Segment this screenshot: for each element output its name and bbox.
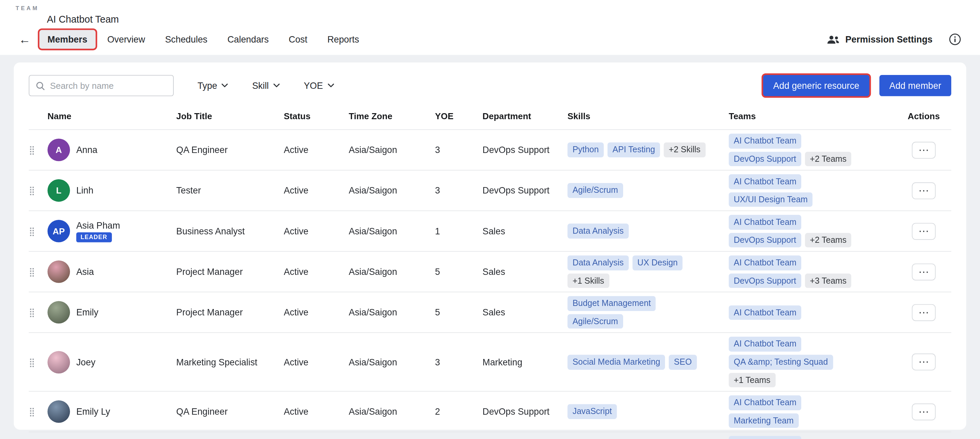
info-icon[interactable] (949, 33, 961, 46)
table-row: ⣿APAsia PhamLEADERBusiness AnalystActive… (29, 211, 951, 252)
yoe: 2 (435, 407, 482, 417)
overflow-chip[interactable]: +3 Teams (805, 274, 851, 288)
table-row: ⣿AsiaProject ManagerActiveAsia/Saigon5Sa… (29, 252, 951, 292)
drag-handle-icon[interactable]: ⣿ (29, 357, 47, 368)
chevron-down-icon (273, 83, 280, 88)
skills-cell: Agile/Scrum (567, 183, 729, 198)
time-zone: Asia/Saigon (349, 186, 435, 196)
column-header-teams: Teams (729, 111, 897, 121)
member-name: Asia (76, 267, 94, 277)
avatar (48, 261, 70, 283)
row-actions-button[interactable]: ⋯ (912, 353, 935, 371)
drag-handle-icon[interactable]: ⣿ (29, 145, 47, 155)
filter-yoe-dropdown[interactable]: YOE (304, 81, 334, 91)
nav-row: ← Members Overview Schedules Calendars C… (0, 27, 970, 55)
toolbar: Type Skill YOE Add generic resource Add … (29, 75, 951, 96)
table-row: ⣿Louisa NguyenTesterActiveAsia/Ho_Chi_Mi… (29, 432, 951, 439)
chevron-down-icon (328, 83, 334, 88)
row-actions-button[interactable]: ⋯ (912, 223, 935, 240)
row-actions-button[interactable]: ⋯ (912, 182, 935, 199)
yoe: 3 (435, 357, 482, 368)
tab-members[interactable]: Members (40, 30, 95, 49)
status: Active (284, 357, 349, 368)
tab-overview[interactable]: Overview (99, 30, 153, 49)
overflow-chip[interactable]: +2 Teams (805, 152, 851, 166)
tab-calendars[interactable]: Calendars (219, 30, 277, 49)
row-actions-button[interactable]: ⋯ (912, 304, 935, 321)
column-header-department: Department (482, 111, 568, 121)
department: Marketing (482, 357, 568, 368)
search-input[interactable] (50, 81, 167, 91)
tab-cost[interactable]: Cost (280, 30, 315, 49)
time-zone: Asia/Saigon (349, 145, 435, 155)
tab-reports[interactable]: Reports (319, 30, 368, 49)
member-name: Emily (76, 307, 99, 318)
skill-chip: API Testing (608, 143, 660, 157)
filter-yoe-label: YOE (304, 81, 323, 91)
actions-cell: ⋯ (897, 141, 950, 158)
team-chip: UX/UI Design Team (729, 192, 813, 207)
avatar (48, 351, 70, 374)
row-actions-button[interactable]: ⋯ (912, 403, 935, 420)
add-generic-resource-button[interactable]: Add generic resource (764, 75, 870, 96)
row-actions-button[interactable]: ⋯ (912, 141, 935, 158)
time-zone: Asia/Saigon (349, 357, 435, 368)
overflow-chip[interactable]: +1 Skills (567, 274, 609, 288)
skill-chip: Agile/Scrum (567, 183, 623, 198)
column-header-actions: Actions (897, 111, 950, 121)
status: Active (284, 186, 349, 196)
table-row: ⣿EmilyProject ManagerActiveAsia/Saigon5S… (29, 292, 951, 333)
time-zone: Asia/Saigon (349, 267, 435, 277)
skill-chip: Social Media Marketing (567, 355, 665, 370)
job-title: Tester (177, 186, 284, 196)
teams-cell: AI Chatbot TeamQA &amp; Testing Squad+1 … (729, 337, 897, 387)
skill-chip: Data Analysis (567, 224, 628, 239)
yoe: 5 (435, 307, 482, 318)
team-chip: AI Chatbot Team (729, 256, 802, 271)
search-box (29, 75, 174, 96)
overflow-chip[interactable]: +2 Teams (805, 233, 851, 247)
back-button[interactable]: ← (19, 33, 30, 45)
teams-cell: AI Chatbot TeamQA &amp; Testing Squad (729, 436, 897, 439)
job-title: QA Engineer (177, 145, 284, 155)
skill-chip: Python (567, 143, 603, 157)
drag-handle-icon[interactable]: ⣿ (29, 186, 47, 196)
department: DevOps Support (482, 407, 568, 417)
avatar (48, 401, 70, 423)
drag-handle-icon[interactable]: ⣿ (29, 407, 47, 417)
time-zone: Asia/Saigon (349, 407, 435, 417)
filter-skill-dropdown[interactable]: Skill (252, 81, 280, 91)
drag-handle-icon[interactable]: ⣿ (29, 267, 47, 277)
add-member-button[interactable]: Add member (879, 75, 951, 96)
name-cell: Emily Ly (48, 401, 177, 423)
row-actions-button[interactable]: ⋯ (912, 263, 935, 280)
filter-type-label: Type (197, 81, 217, 91)
table-header: Name Job Title Status Time Zone YOE Depa… (29, 111, 951, 130)
drag-handle-icon[interactable]: ⣿ (29, 307, 47, 318)
time-zone: Asia/Saigon (349, 307, 435, 318)
team-chip: AI Chatbot Team (729, 215, 802, 230)
skills-cell: JavaScript (567, 404, 729, 419)
department: DevOps Support (482, 186, 568, 196)
permission-settings-label: Permission Settings (845, 35, 933, 44)
yoe: 5 (435, 267, 482, 277)
filter-type-dropdown[interactable]: Type (197, 81, 228, 91)
tab-schedules[interactable]: Schedules (157, 30, 215, 49)
page-body: Type Skill YOE Add generic resource Add … (0, 55, 980, 438)
team-chip: AI Chatbot Team (729, 337, 802, 352)
yoe: 1 (435, 226, 482, 236)
overflow-chip[interactable]: +2 Skills (664, 143, 705, 157)
page-title: AI Chatbot Team (47, 14, 970, 25)
member-name: Linh (76, 186, 94, 196)
column-header-job-title: Job Title (177, 111, 284, 121)
name-cell: LLinh (48, 179, 177, 202)
actions-cell: ⋯ (897, 353, 950, 371)
department: Sales (482, 307, 568, 318)
avatar: AP (48, 220, 70, 242)
drag-handle-icon[interactable]: ⣿ (29, 226, 47, 236)
permission-settings-button[interactable]: Permission Settings (826, 34, 932, 44)
overflow-chip[interactable]: +1 Teams (729, 372, 776, 387)
app-window: TEAM AI Chatbot Team ← Members Overview … (0, 0, 980, 439)
teams-cell: AI Chatbot Team (729, 305, 897, 320)
name-cell: Emily (48, 301, 177, 324)
